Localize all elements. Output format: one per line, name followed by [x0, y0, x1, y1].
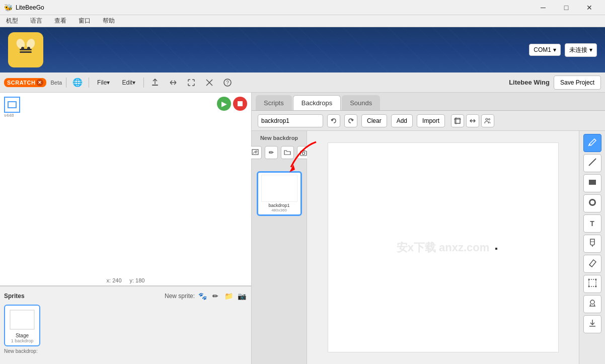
add-button[interactable]: Add — [391, 114, 413, 127]
canvas-area: 安x下载 anxz.com — [307, 131, 579, 364]
import-button[interactable]: Import — [417, 114, 445, 127]
maximize-button[interactable]: □ — [555, 0, 578, 15]
menu-item-chakan[interactable]: 查看 — [52, 16, 68, 26]
minimize-button[interactable]: ─ — [532, 0, 555, 15]
svg-point-7 — [27, 47, 30, 50]
upload-button[interactable] — [148, 76, 162, 90]
toolbar-separator-3 — [143, 78, 144, 88]
tab-backdrops[interactable]: Backdrops — [293, 95, 341, 110]
redo-button[interactable] — [344, 114, 357, 127]
app-title: LiteBeeGo — [16, 4, 44, 11]
circle-tool[interactable] — [583, 194, 601, 212]
svg-point-18 — [489, 118, 490, 120]
new-sprite-edit-button[interactable]: ✏ — [210, 290, 221, 302]
text-icon: T — [590, 220, 594, 228]
drawing-tools-panel: T — [579, 131, 605, 364]
com-port-label: COM1 — [534, 46, 551, 53]
new-sprite-folder-button[interactable]: 📁 — [223, 290, 234, 302]
select-tool[interactable] — [583, 275, 601, 293]
stop-button[interactable] — [233, 97, 247, 111]
com-port-chevron: ▾ — [553, 46, 556, 53]
clear-button[interactable]: Clear — [361, 114, 387, 127]
sprites-header: Sprites New sprite: 🐾 ✏ 📁 📷 — [4, 290, 247, 302]
arrows-button[interactable] — [166, 76, 180, 90]
rect-icon — [587, 177, 597, 189]
help-button[interactable]: ? — [220, 76, 235, 90]
save-project-button[interactable]: Save Project — [554, 76, 601, 90]
backdrop1-size: 480x360 — [271, 208, 287, 212]
logo-image — [8, 32, 43, 67]
backdrop-name-input[interactable] — [258, 114, 323, 127]
file-menu-button[interactable]: File▾ — [93, 76, 114, 90]
svg-point-34 — [590, 300, 594, 304]
new-sprite-camera-button[interactable]: 📷 — [236, 290, 247, 302]
main-content: v448 ▶ x: 240 y: 180 Sprites New sprite:… — [0, 93, 605, 364]
new-sprite-area: New sprite: 🐾 ✏ 📁 📷 — [165, 290, 247, 302]
svg-rect-3 — [20, 51, 32, 53]
header-toolbar-right: Litebee Wing Save Project — [509, 76, 601, 90]
backdrop-tool-icons — [451, 114, 494, 127]
flip-icon[interactable] — [466, 114, 479, 127]
eraser-tool[interactable] — [583, 255, 601, 273]
app-icon: 🐝 — [4, 4, 13, 12]
globe-button[interactable]: 🌐 — [70, 76, 85, 90]
connection-button[interactable]: 未连接 ▾ — [565, 43, 597, 57]
svg-point-32 — [588, 286, 589, 287]
persons-icon[interactable] — [481, 114, 494, 127]
stage-x-coord: x: 240 — [107, 277, 122, 283]
import-tool[interactable] — [583, 315, 601, 333]
menu-item-yuyan[interactable]: 语言 — [28, 16, 44, 26]
svg-point-22 — [302, 152, 305, 155]
stage-sprite-sub: 1 backdrop — [11, 338, 34, 343]
stage-coordinates: x: 240 y: 180 — [107, 277, 145, 283]
svg-point-33 — [595, 286, 596, 287]
svg-rect-26 — [589, 180, 596, 185]
watermark: 安x下载 anxz.com — [397, 240, 490, 255]
tab-scripts-label: Scripts — [264, 99, 284, 107]
canvas-white[interactable]: 安x下载 anxz.com — [328, 142, 559, 352]
edit-menu-button[interactable]: Edit▾ — [118, 76, 139, 90]
import-icon — [587, 318, 597, 330]
tab-backdrops-label: Backdrops — [301, 99, 332, 107]
fullscreen-button[interactable] — [184, 76, 198, 90]
crop-tool-icon[interactable] — [451, 114, 464, 127]
new-backdrop-folder-btn[interactable] — [281, 146, 294, 159]
svg-rect-24 — [262, 175, 297, 201]
tab-sounds[interactable]: Sounds — [342, 95, 380, 110]
text-tool[interactable]: T — [583, 214, 601, 233]
backdrop1-name: backdrop1 — [268, 203, 289, 208]
stamp-tool[interactable] — [583, 295, 601, 313]
svg-rect-13 — [10, 310, 34, 329]
line-tool[interactable] — [583, 154, 601, 172]
menu-item-chuangkou[interactable]: 窗口 — [77, 16, 93, 26]
svg-rect-11 — [8, 102, 16, 108]
sprites-panel: Sprites New sprite: 🐾 ✏ 📁 📷 Stage 1 back… — [0, 286, 251, 364]
close-button[interactable]: ✕ — [578, 0, 601, 15]
green-flag-button[interactable]: ▶ — [217, 97, 231, 111]
com-port-selector[interactable]: COM1 ▾ — [529, 44, 561, 56]
toolbar-separator-2 — [89, 78, 89, 88]
stage-sprite-item[interactable]: Stage 1 backdrop — [4, 305, 40, 346]
bucket-tool[interactable] — [583, 235, 601, 253]
connection-chevron: ▾ — [589, 46, 592, 53]
menu-item-jixing[interactable]: 机型 — [4, 16, 20, 26]
title-bar-left: 🐝 LiteBeeGo — [4, 4, 44, 12]
svg-rect-21 — [300, 151, 307, 156]
svg-rect-8 — [152, 85, 158, 86]
new-backdrop-draw-btn[interactable]: ✏ — [265, 146, 278, 159]
cross-button[interactable] — [202, 76, 216, 90]
rect-tool[interactable] — [583, 174, 601, 192]
bucket-icon — [587, 238, 597, 250]
svg-point-20 — [255, 151, 257, 153]
new-sprite-paint-button[interactable]: 🐾 — [197, 290, 208, 302]
line-icon — [587, 157, 597, 169]
backdrop1-item[interactable]: backdrop1 480x360 — [257, 171, 302, 216]
undo-button[interactable] — [327, 114, 340, 127]
svg-point-30 — [588, 279, 589, 280]
backdrop1-thumb — [261, 175, 297, 202]
connection-status-label: 未连接 — [569, 46, 587, 54]
new-backdrop-header: New backdrop — [260, 135, 298, 141]
menu-item-bangzhu[interactable]: 帮助 — [101, 16, 117, 26]
tab-scripts[interactable]: Scripts — [256, 95, 292, 110]
pencil-tool[interactable] — [583, 134, 601, 152]
